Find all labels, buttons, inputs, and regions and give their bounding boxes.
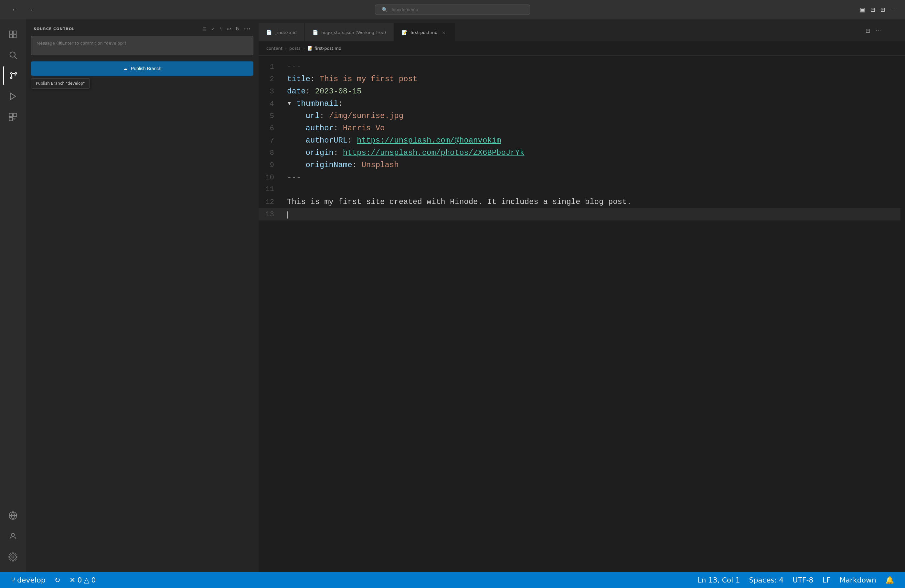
code-line-8[interactable]: 8 origin: https://unsplash.com/photos/ZX… xyxy=(259,147,905,159)
line-content-12: This is my first site created with Hinod… xyxy=(282,196,905,208)
code-line-3[interactable]: 3date: 2023-08-15 xyxy=(259,85,905,98)
code-line-5[interactable]: 5 url: /img/sunrise.jpg xyxy=(259,110,905,122)
token: : xyxy=(352,161,362,169)
sidebar-commit-icon[interactable]: ✓ xyxy=(211,26,216,32)
tab-index[interactable]: 📄 _index.md xyxy=(259,23,305,41)
token: : xyxy=(333,124,343,132)
status-notify[interactable]: 🔔 xyxy=(881,572,899,588)
code-line-2[interactable]: 2title: This is my first post xyxy=(259,73,905,85)
search-input[interactable] xyxy=(392,7,508,12)
code-line-7[interactable]: 7 authorURL: https://unsplash.com/@hoanv… xyxy=(259,135,905,147)
forward-button[interactable]: → xyxy=(26,5,36,15)
breadcrumb-file[interactable]: 📝 first-post.md xyxy=(307,46,341,51)
status-branch[interactable]: ⑂ develop xyxy=(6,572,50,588)
breadcrumb: content › posts › 📝 first-post.md xyxy=(259,41,905,56)
activity-bar xyxy=(0,19,26,572)
token: origin xyxy=(287,148,333,157)
layout-toggle-button[interactable]: ▣ xyxy=(860,6,865,13)
tab-icon-hugo-stats: 📄 xyxy=(313,30,318,35)
activity-item-extensions[interactable] xyxy=(3,107,23,127)
line-content-7: authorURL: https://unsplash.com/@hoanvok… xyxy=(282,135,905,147)
commit-input-area xyxy=(26,36,259,61)
activity-item-remote[interactable] xyxy=(3,506,23,525)
breadcrumb-posts[interactable]: posts xyxy=(289,46,300,51)
more-actions-button[interactable]: ··· xyxy=(891,6,895,13)
activity-item-search[interactable] xyxy=(3,45,23,65)
status-line-ending[interactable]: LF xyxy=(818,572,835,588)
token: : xyxy=(348,136,357,145)
layout-columns-button[interactable]: ⊞ xyxy=(880,6,885,13)
warning-icon: △ xyxy=(84,576,89,584)
breadcrumb-content[interactable]: content xyxy=(266,46,283,51)
scrollbar[interactable] xyxy=(900,56,905,572)
code-line-11[interactable]: 11 xyxy=(259,184,905,196)
code-line-10[interactable]: 10--- xyxy=(259,171,905,184)
line-content-5: url: /img/sunrise.jpg xyxy=(282,110,905,122)
line-content-4: ▾ thumbnail: xyxy=(282,98,905,110)
status-sync[interactable]: ↻ xyxy=(50,572,65,588)
line-number-12: 12 xyxy=(259,197,282,208)
token: url xyxy=(287,111,320,120)
breadcrumb-sep-2: › xyxy=(303,46,305,51)
sidebar-branch-icon[interactable]: ⑂ xyxy=(219,26,223,32)
activity-item-run[interactable] xyxy=(3,87,23,106)
cloud-icon: ☁ xyxy=(123,66,128,71)
layout-split-button[interactable]: ⊟ xyxy=(870,6,875,13)
sidebar: Source Control ≡ ✓ ⑂ ↩ ↻ ··· ☁ Publish B… xyxy=(26,19,259,572)
sidebar-title: Source Control xyxy=(33,27,75,31)
code-line-12[interactable]: 12This is my first site created with Hin… xyxy=(259,196,905,208)
code-line-13[interactable]: 13 xyxy=(259,208,905,221)
token: ▾ xyxy=(287,99,296,108)
activity-item-source-control[interactable] xyxy=(3,66,23,85)
status-encoding[interactable]: UTF-8 xyxy=(788,572,818,588)
activity-item-accounts[interactable] xyxy=(3,527,23,546)
status-errors[interactable]: ✕ 0 △ 0 xyxy=(65,572,100,588)
error-icon: ✕ xyxy=(70,576,75,584)
line-content-13 xyxy=(282,208,905,221)
code-line-1[interactable]: 1--- xyxy=(259,61,905,73)
status-bar: ⑂ develop ↻ ✕ 0 △ 0 Ln 13, Col 1 Spaces:… xyxy=(0,572,905,588)
activity-item-settings[interactable] xyxy=(3,547,23,567)
sidebar-refresh-icon[interactable]: ↻ xyxy=(235,26,240,32)
line-content-10: --- xyxy=(282,171,905,184)
svg-rect-7 xyxy=(13,113,16,117)
back-button[interactable]: ← xyxy=(10,5,19,15)
sidebar-menu-icon[interactable]: ≡ xyxy=(202,26,207,32)
token: Unsplash xyxy=(361,161,399,169)
status-spaces[interactable]: Spaces: 4 xyxy=(745,572,788,588)
sidebar-undo-icon[interactable]: ↩ xyxy=(227,26,232,32)
line-content-2: title: This is my first post xyxy=(282,73,905,85)
publish-branch-label: Publish Branch xyxy=(131,66,161,71)
breadcrumb-file-icon: 📝 xyxy=(307,46,313,51)
token: --- xyxy=(287,62,301,71)
split-editor-icon[interactable]: ⊟ xyxy=(864,26,872,35)
tab-first-post[interactable]: 📝 first-post.md ✕ xyxy=(394,23,455,41)
tab-hugo-stats[interactable]: 📄 hugo_stats.json (Working Tree) xyxy=(305,23,394,41)
token: author xyxy=(287,124,333,132)
publish-branch-button[interactable]: ☁ Publish Branch xyxy=(31,61,253,76)
tooltip-container: Publish Branch "develop" xyxy=(31,78,253,89)
svg-rect-6 xyxy=(9,113,12,117)
token: This is my first post xyxy=(320,75,417,83)
token: --- xyxy=(287,173,301,182)
sidebar-more-icon[interactable]: ··· xyxy=(244,26,251,32)
encoding-text: UTF-8 xyxy=(792,576,813,584)
search-icon: 🔍 xyxy=(382,7,388,13)
titlebar-search-bar[interactable]: 🔍 xyxy=(375,5,530,15)
commit-message-input[interactable] xyxy=(31,36,253,55)
tab-close-first-post[interactable]: ✕ xyxy=(441,29,447,36)
token: originName xyxy=(287,161,352,169)
status-ln-col[interactable]: Ln 13, Col 1 xyxy=(693,572,745,588)
code-line-6[interactable]: 6 author: Harris Vo xyxy=(259,122,905,135)
activity-item-explorer[interactable] xyxy=(3,25,23,44)
svg-rect-8 xyxy=(9,118,12,121)
code-editor[interactable]: 1---2title: This is my first post3date: … xyxy=(259,56,905,572)
notify-icon: 🔔 xyxy=(885,576,894,584)
status-language[interactable]: Markdown xyxy=(835,572,881,588)
spaces-text: Spaces: 4 xyxy=(749,576,783,584)
code-line-9[interactable]: 9 originName: Unsplash xyxy=(259,159,905,171)
token: This is my first site created with Hinod… xyxy=(287,197,632,206)
code-line-4[interactable]: 4▾ thumbnail: xyxy=(259,98,905,110)
more-tabs-icon[interactable]: ··· xyxy=(874,26,882,35)
sidebar-header-actions: ≡ ✓ ⑂ ↩ ↻ ··· xyxy=(202,26,251,32)
